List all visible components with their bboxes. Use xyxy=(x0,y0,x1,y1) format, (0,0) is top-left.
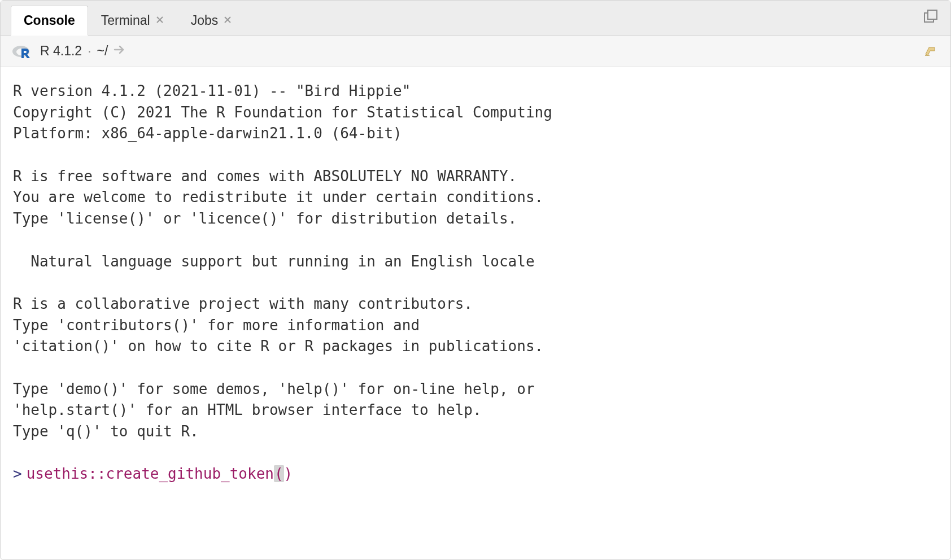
tab-bar: Console Terminal Jobs xyxy=(1,1,950,36)
startup-line: You are welcome to redistribute it under… xyxy=(13,189,543,205)
startup-line: Platform: x86_64-apple-darwin21.1.0 (64-… xyxy=(13,125,402,142)
working-directory: ~/ xyxy=(97,43,108,59)
startup-line: Type 'license()' or 'licence()' for dist… xyxy=(13,210,517,227)
prompt-symbol: > xyxy=(13,463,22,485)
r-version: R 4.1.2 xyxy=(40,43,82,59)
tab-terminal[interactable]: Terminal xyxy=(88,6,178,35)
startup-line: Type 'contributors()' for more informati… xyxy=(13,317,420,334)
startup-line: R version 4.1.2 (2021-11-01) -- "Bird Hi… xyxy=(13,82,411,99)
close-icon[interactable] xyxy=(223,15,233,27)
tab-label: Terminal xyxy=(101,13,150,28)
console-panel: Console Terminal Jobs xyxy=(0,0,951,560)
startup-line: Copyright (C) 2021 The R Foundation for … xyxy=(13,104,552,121)
clear-console-icon[interactable] xyxy=(922,43,939,60)
go-to-directory-icon[interactable] xyxy=(114,43,127,59)
svg-rect-1 xyxy=(928,10,937,19)
startup-line: Type 'q()' to quit R. xyxy=(13,423,199,440)
separator-dot: · xyxy=(88,43,91,59)
tab-label: Console xyxy=(24,13,75,28)
startup-line: Natural language support but running in … xyxy=(13,253,535,270)
tab-jobs[interactable]: Jobs xyxy=(178,6,246,35)
startup-line: R is a collaborative project with many c… xyxy=(13,295,473,312)
console-prompt-line[interactable]: >usethis::create_github_token() xyxy=(13,463,938,485)
startup-line: Type 'demo()' for some demos, 'help()' f… xyxy=(13,380,535,397)
r-logo-icon xyxy=(12,43,32,59)
console-info-text: R 4.1.2 · ~/ xyxy=(40,43,127,59)
startup-line: R is free software and comes with ABSOLU… xyxy=(13,168,517,185)
console-output[interactable]: R version 4.1.2 (2021-11-01) -- "Bird Hi… xyxy=(1,67,950,559)
maximize-panel-icon[interactable] xyxy=(922,8,939,28)
console-input-command[interactable]: usethis::create_github_token() xyxy=(27,463,293,485)
console-info-bar: R 4.1.2 · ~/ xyxy=(1,36,950,67)
tab-label: Jobs xyxy=(191,13,219,28)
close-icon[interactable] xyxy=(155,15,165,27)
startup-line: 'citation()' on how to cite R or R packa… xyxy=(13,338,543,355)
tab-console[interactable]: Console xyxy=(11,6,88,36)
startup-line: 'help.start()' for an HTML browser inter… xyxy=(13,401,482,418)
